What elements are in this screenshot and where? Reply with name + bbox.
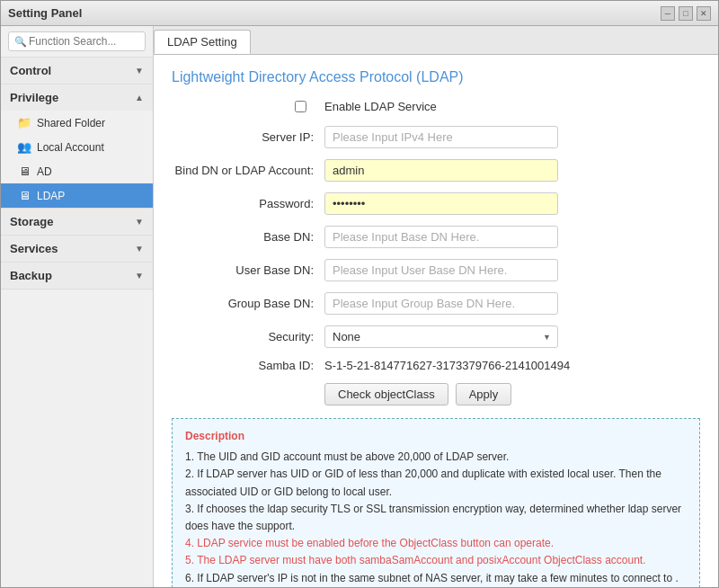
- search-input[interactable]: [8, 31, 146, 51]
- password-row: Password:: [172, 192, 700, 215]
- check-object-class-button[interactable]: Check objectClass: [324, 383, 448, 405]
- chevron-down-icon: ▼: [135, 244, 144, 254]
- sidebar-header-storage[interactable]: Storage ▼: [1, 209, 153, 235]
- setting-panel-window: Setting Panel ─ □ ✕ 🔍 Control ▼: [0, 0, 719, 588]
- ad-icon: 🖥: [17, 165, 31, 178]
- sidebar-section-storage: Storage ▼: [1, 209, 153, 236]
- samba-id-label: Samba ID:: [172, 359, 324, 372]
- main-layout: 🔍 Control ▼ Privilege ▲ 📁 Sha: [1, 26, 718, 587]
- base-dn-input[interactable]: [324, 226, 558, 248]
- security-label: Security:: [172, 330, 324, 343]
- btn-row: Check objectClass Apply: [172, 383, 700, 405]
- desc-item-2: 2. If LDAP server has UID or GID of less…: [185, 466, 687, 500]
- tab-ldap-setting[interactable]: LDAP Setting: [154, 30, 251, 54]
- desc-item-6: 6. If LDAP server's IP is not in the sam…: [185, 570, 687, 587]
- ldap-icon: 🖥: [17, 189, 31, 202]
- security-select[interactable]: None TLS SSL: [324, 325, 558, 348]
- group-base-dn-label: Group Base DN:: [172, 297, 324, 310]
- user-base-dn-label: User Base DN:: [172, 263, 324, 277]
- content-inner: Lightweight Directory Access Protocol (L…: [154, 55, 718, 587]
- samba-id-value: S-1-5-21-814771627-3173379766-2141001494: [324, 359, 570, 372]
- title-bar: Setting Panel ─ □ ✕: [1, 1, 718, 26]
- sidebar-item-label: AD: [37, 165, 52, 178]
- sidebar-control-label: Control: [10, 64, 51, 77]
- sidebar-item-label: LDAP: [37, 190, 65, 202]
- page-title: Lightweight Directory Access Protocol (L…: [172, 69, 700, 85]
- sidebar-item-ldap[interactable]: 🖥 LDAP: [1, 183, 153, 208]
- search-icon: 🔍: [14, 36, 27, 48]
- sidebar: 🔍 Control ▼ Privilege ▲ 📁 Sha: [1, 26, 154, 587]
- folder-icon: 📁: [17, 116, 31, 129]
- enable-ldap-checkbox[interactable]: [295, 101, 306, 112]
- group-base-dn-input[interactable]: [324, 292, 558, 315]
- bind-dn-label: Bind DN or LDAP Account:: [172, 164, 324, 177]
- server-ip-label: Server IP:: [172, 130, 324, 144]
- sidebar-item-shared-folder[interactable]: 📁 Shared Folder: [1, 111, 153, 135]
- base-dn-label: Base DN:: [172, 230, 324, 244]
- close-button[interactable]: ✕: [697, 6, 711, 21]
- sidebar-section-backup: Backup ▼: [1, 263, 153, 290]
- maximize-button[interactable]: □: [679, 6, 693, 21]
- user-base-dn-input[interactable]: [324, 259, 558, 281]
- desc-item-3: 3. If chooses the ldap security TLS or S…: [185, 501, 687, 535]
- server-ip-input[interactable]: [324, 126, 558, 148]
- sidebar-services-label: Services: [10, 242, 58, 255]
- search-bar: 🔍: [1, 26, 153, 58]
- security-row: Security: None TLS SSL: [172, 325, 700, 348]
- search-wrap: 🔍: [8, 31, 146, 51]
- password-label: Password:: [172, 197, 324, 210]
- chevron-down-icon: ▼: [135, 66, 144, 76]
- security-select-wrapper: None TLS SSL: [324, 325, 558, 348]
- server-ip-row: Server IP:: [172, 126, 700, 148]
- sidebar-item-local-account[interactable]: 👥 Local Account: [1, 135, 153, 159]
- window-title: Setting Panel: [8, 6, 82, 20]
- desc-item-4: 4. LDAP service must be enabled before t…: [185, 535, 687, 552]
- chevron-down-icon: ▼: [135, 217, 144, 227]
- sidebar-header-privilege[interactable]: Privilege ▲: [1, 85, 153, 111]
- chevron-down-icon: ▼: [135, 271, 144, 281]
- sidebar-section-privilege: Privilege ▲ 📁 Shared Folder 👥 Local Acco…: [1, 85, 153, 209]
- sidebar-item-ad[interactable]: 🖥 AD: [1, 159, 153, 183]
- sidebar-header-control[interactable]: Control ▼: [1, 58, 153, 84]
- enable-ldap-label: Enable LDAP Service: [324, 100, 437, 113]
- tab-bar: LDAP Setting: [154, 26, 718, 55]
- description-title: Description: [185, 428, 687, 445]
- chevron-up-icon: ▲: [135, 93, 144, 102]
- group-base-dn-row: Group Base DN:: [172, 292, 700, 315]
- sidebar-storage-label: Storage: [10, 215, 53, 228]
- sidebar-item-label: Local Account: [37, 141, 104, 154]
- sidebar-section-control: Control ▼: [1, 58, 153, 85]
- title-bar-controls: ─ □ ✕: [661, 6, 711, 21]
- enable-row: Enable LDAP Service: [172, 100, 700, 113]
- user-base-dn-row: User Base DN:: [172, 259, 700, 281]
- sidebar-item-label: Shared Folder: [37, 117, 105, 129]
- sidebar-privilege-label: Privilege: [10, 91, 58, 104]
- sidebar-header-services[interactable]: Services ▼: [1, 236, 153, 262]
- content-area: LDAP Setting Lightweight Directory Acces…: [154, 26, 718, 587]
- bind-dn-input[interactable]: [324, 159, 558, 182]
- samba-id-row: Samba ID: S-1-5-21-814771627-3173379766-…: [172, 359, 700, 372]
- desc-item-5: 5. The LDAP server must have both sambaS…: [185, 552, 687, 569]
- sidebar-section-services: Services ▼: [1, 236, 153, 263]
- desc-item-1: 1. The UID and GID account must be above…: [185, 449, 687, 466]
- apply-button[interactable]: Apply: [456, 383, 512, 405]
- users-icon: 👥: [17, 140, 31, 154]
- description-box: Description 1. The UID and GID account m…: [172, 418, 700, 587]
- minimize-button[interactable]: ─: [661, 6, 675, 21]
- base-dn-row: Base DN:: [172, 226, 700, 248]
- bind-dn-row: Bind DN or LDAP Account:: [172, 159, 700, 182]
- sidebar-header-backup[interactable]: Backup ▼: [1, 263, 153, 289]
- sidebar-backup-label: Backup: [10, 269, 52, 282]
- password-input[interactable]: [324, 192, 558, 215]
